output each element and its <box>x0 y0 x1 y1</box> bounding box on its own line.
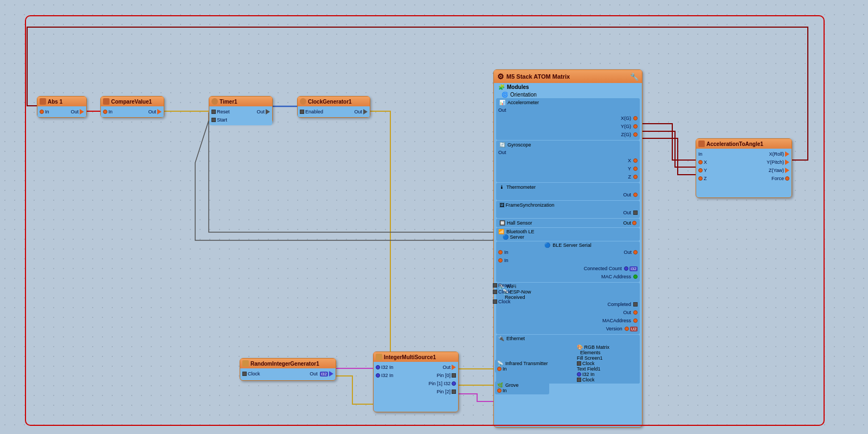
ble-in2-row: In <box>498 257 638 264</box>
textfield-in-dot[interactable] <box>577 372 581 376</box>
fillscreen-row: Fill Screen1 <box>577 355 638 361</box>
accel-angle-xroll-port[interactable]: X(Roll) <box>769 151 789 157</box>
compare1-header: CompareValue1 <box>101 97 164 106</box>
intmulti1-in1-port[interactable]: I32 In <box>376 365 394 370</box>
m5stack-header: ⚙ M5 Stack ATOM Matrix 🔧 <box>494 70 642 83</box>
connected-count-badge: I32 <box>629 266 638 271</box>
hall-label-group: 🔲 Hall Sensor <box>499 220 532 226</box>
abs1-out-port[interactable]: Out <box>70 109 84 114</box>
timer1-reset-port[interactable]: Reset <box>211 109 230 114</box>
accel-angle-x-label: X <box>704 159 707 165</box>
accel-zg-port[interactable] <box>633 132 638 137</box>
intmulti1-pin1-port[interactable]: Pin [1] I32 <box>428 381 456 386</box>
clock1-node: ClockGenerator1 Enabled Out <box>297 96 370 118</box>
wifi-completed-row: Completed <box>498 301 638 308</box>
abs1-in-port[interactable]: In <box>40 109 49 114</box>
hall-icon: 🔲 <box>499 220 505 226</box>
intmulti1-in2-port[interactable]: I32 In <box>376 373 394 378</box>
ble-header: 📶 Bluetooth LE <box>498 229 638 234</box>
accel-angle-force-port[interactable]: Force <box>771 176 789 181</box>
intmulti1-pin2-dot <box>452 390 456 394</box>
infrared-in-label: In <box>503 366 507 372</box>
ble-out-label: Out <box>623 250 632 255</box>
abs1-icon <box>40 98 46 105</box>
accel-angle-y-label: Y <box>704 168 707 173</box>
accel-yg-label: Y(G) <box>498 124 633 129</box>
intmulti1-pin0-port[interactable]: Pin [0] <box>436 373 456 378</box>
infrared-in-dot[interactable] <box>497 367 501 371</box>
wifi-completed-port[interactable] <box>633 302 638 307</box>
wifi-version-badge: U2 <box>630 327 638 331</box>
rgb-section: 🎨 RGB Matrix Elements Fill Screen1 Clock… <box>575 343 640 384</box>
m5-clock2-label: Clock <box>498 299 511 304</box>
wifi-version-label: Version <box>498 326 625 331</box>
accel-angle-xroll-label: X(Roll) <box>769 151 784 157</box>
hall-out-dot[interactable] <box>632 221 636 225</box>
intmulti1-label: IntegerMultiSource1 <box>384 354 436 360</box>
gyro-y-port[interactable] <box>633 167 638 171</box>
grove-in-dot[interactable] <box>497 388 501 393</box>
timer1-start-label: Start <box>217 117 227 123</box>
accel-xg-label: X(G) <box>498 116 633 121</box>
accel-angle-in-port[interactable]: In <box>698 151 703 157</box>
hall-section: 🔲 Hall Sensor Out <box>496 219 640 227</box>
wifi-version-port[interactable] <box>625 327 629 331</box>
abs1-node: Abs 1 In Out <box>37 96 87 118</box>
random1-port-row: Clock Out I32 <box>242 370 333 378</box>
gyro-x-port[interactable] <box>633 158 638 163</box>
wifi-macaddr-port[interactable] <box>633 318 638 323</box>
accel-angle-z-port[interactable]: Z <box>698 176 707 181</box>
intmulti1-pin2-port[interactable]: Pin [2] <box>436 389 456 394</box>
timer1-start-port[interactable]: Start <box>211 117 227 123</box>
clock1-out-port[interactable]: Out <box>354 109 368 114</box>
espnow-label: 📡 ESP-Now <box>498 289 638 295</box>
clock1-header: ClockGenerator1 <box>298 97 370 106</box>
rgb-clock-dot[interactable] <box>577 361 581 366</box>
accel-angle-in-row: In X(Roll) <box>698 150 789 158</box>
ble-out-dot[interactable] <box>633 250 638 254</box>
wifi-section: 📡 WiFi 📡 ESP-Now Received Completed Out … <box>496 283 640 334</box>
accel-angle-zyaw-port[interactable]: Z(Yaw) <box>769 168 789 173</box>
compare1-in-port[interactable]: In <box>103 109 113 114</box>
wifi-out-port[interactable] <box>633 310 638 315</box>
accel-angle-x-port[interactable]: X <box>698 159 707 165</box>
ble-in1-dot[interactable] <box>498 250 503 254</box>
random1-out-label: Out <box>310 371 318 376</box>
random1-clock-port[interactable]: Clock <box>242 371 260 376</box>
accel-yg-port[interactable] <box>633 124 638 129</box>
accel-xg-port[interactable] <box>633 116 638 120</box>
random1-out-port[interactable]: Out I32 <box>310 371 333 376</box>
timer1-out-port[interactable]: Out <box>256 109 270 114</box>
random1-header: RandomIntegerGenerator1 <box>240 359 336 368</box>
timer1-reset-dot <box>211 110 216 114</box>
textfield-clock-dot[interactable] <box>577 378 581 382</box>
abs1-out-triangle <box>80 109 84 114</box>
compare1-out-port[interactable]: Out <box>148 109 162 114</box>
m5stack-icon: ⚙ <box>497 72 504 81</box>
m5-reset-left[interactable]: Reset Clock Clock <box>493 282 511 305</box>
framesync-out-label: Out <box>498 210 633 215</box>
connected-count-port[interactable] <box>624 266 628 271</box>
abs1-body: In Out <box>37 106 86 117</box>
ethernet-header: 🔌 Ethernet <box>498 336 638 341</box>
ble-in2-dot[interactable] <box>498 258 503 263</box>
gyro-z-port[interactable] <box>633 175 638 179</box>
infrared-header: 📡 Infrared Transmitter <box>497 361 563 366</box>
intmulti1-out-port[interactable]: Out <box>442 365 456 370</box>
framesync-out-port[interactable] <box>633 210 638 215</box>
modules-section: 🧩 Modules <box>494 83 642 91</box>
random1-body: Clock Out I32 <box>240 368 336 379</box>
compare1-port-row: In Out <box>103 108 162 116</box>
mac-address-ble-port[interactable] <box>633 275 638 279</box>
random1-clock-label: Clock <box>248 371 260 376</box>
m5stack-wrench[interactable]: 🔧 <box>630 73 639 81</box>
accel-angle-y-dot <box>698 168 703 173</box>
accel-angle-z-label: Z <box>704 176 707 181</box>
intmulti1-pin0-label: Pin [0] <box>436 373 451 378</box>
accel-angle-y-port[interactable]: Y <box>698 168 707 173</box>
accel-angle-ypitch-port[interactable]: Y(Pitch) <box>767 159 789 165</box>
gyroscope-section: 🔄 Gyroscope Out X Y Z <box>496 141 640 182</box>
clock1-out-triangle <box>363 109 368 114</box>
thermo-out-port[interactable] <box>633 193 638 197</box>
clock1-enabled-port[interactable]: Enabled <box>300 109 323 114</box>
